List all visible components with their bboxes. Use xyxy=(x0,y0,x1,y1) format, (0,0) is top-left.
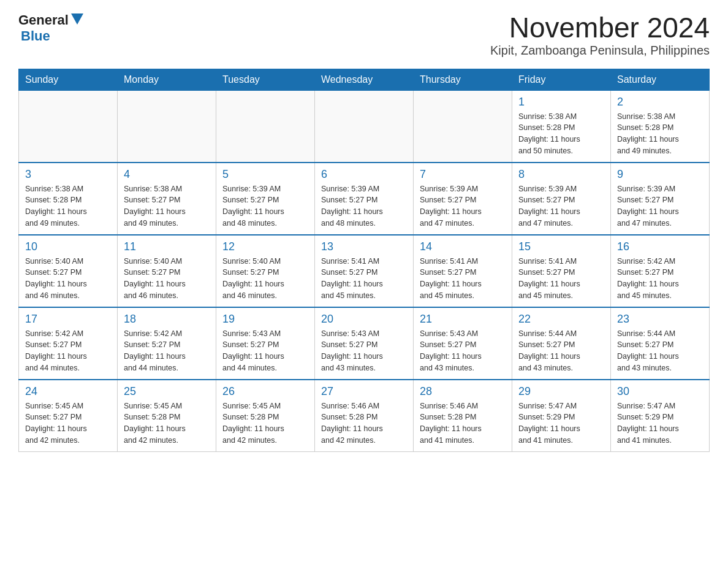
day-number: 10 xyxy=(25,240,111,253)
calendar-cell: 25Sunrise: 5:45 AMSunset: 5:28 PMDayligh… xyxy=(118,380,216,452)
calendar-cell: 16Sunrise: 5:42 AMSunset: 5:27 PMDayligh… xyxy=(611,235,710,307)
calendar-cell: 15Sunrise: 5:41 AMSunset: 5:27 PMDayligh… xyxy=(512,235,611,307)
day-number: 27 xyxy=(321,385,407,398)
calendar-cell: 28Sunrise: 5:46 AMSunset: 5:28 PMDayligh… xyxy=(414,380,512,452)
day-number: 28 xyxy=(420,385,506,398)
day-info: Sunrise: 5:43 AMSunset: 5:27 PMDaylight:… xyxy=(321,328,407,374)
day-number: 20 xyxy=(321,313,407,326)
calendar-cell: 29Sunrise: 5:47 AMSunset: 5:29 PMDayligh… xyxy=(512,380,611,452)
calendar-cell: 5Sunrise: 5:39 AMSunset: 5:27 PMDaylight… xyxy=(216,163,315,235)
day-info: Sunrise: 5:46 AMSunset: 5:28 PMDaylight:… xyxy=(420,400,506,446)
day-number: 22 xyxy=(518,313,604,326)
day-info: Sunrise: 5:38 AMSunset: 5:28 PMDaylight:… xyxy=(518,111,604,157)
day-info: Sunrise: 5:43 AMSunset: 5:27 PMDaylight:… xyxy=(420,328,506,374)
day-info: Sunrise: 5:39 AMSunset: 5:27 PMDaylight:… xyxy=(321,183,407,229)
day-number: 1 xyxy=(518,96,604,109)
calendar-cell: 21Sunrise: 5:43 AMSunset: 5:27 PMDayligh… xyxy=(414,307,512,380)
day-info: Sunrise: 5:41 AMSunset: 5:27 PMDaylight:… xyxy=(420,256,506,302)
calendar-week-row: 24Sunrise: 5:45 AMSunset: 5:27 PMDayligh… xyxy=(19,380,710,452)
day-number: 6 xyxy=(321,168,407,181)
svg-marker-0 xyxy=(71,13,83,25)
day-info: Sunrise: 5:45 AMSunset: 5:28 PMDaylight:… xyxy=(222,400,308,446)
day-number: 11 xyxy=(124,240,210,253)
day-number: 8 xyxy=(518,168,604,181)
day-info: Sunrise: 5:39 AMSunset: 5:27 PMDaylight:… xyxy=(222,183,308,229)
logo: General Blue xyxy=(18,12,83,44)
calendar-cell: 7Sunrise: 5:39 AMSunset: 5:27 PMDaylight… xyxy=(414,163,512,235)
day-number: 16 xyxy=(617,240,703,253)
day-number: 30 xyxy=(617,385,703,398)
calendar-week-row: 1Sunrise: 5:38 AMSunset: 5:28 PMDaylight… xyxy=(19,90,710,163)
day-info: Sunrise: 5:47 AMSunset: 5:29 PMDaylight:… xyxy=(518,400,604,446)
calendar-cell xyxy=(19,90,118,163)
day-number: 13 xyxy=(321,240,407,253)
day-info: Sunrise: 5:44 AMSunset: 5:27 PMDaylight:… xyxy=(617,328,703,374)
calendar-week-row: 17Sunrise: 5:42 AMSunset: 5:27 PMDayligh… xyxy=(19,307,710,380)
calendar-cell: 23Sunrise: 5:44 AMSunset: 5:27 PMDayligh… xyxy=(611,307,710,380)
calendar-cell: 24Sunrise: 5:45 AMSunset: 5:27 PMDayligh… xyxy=(19,380,118,452)
calendar-cell: 13Sunrise: 5:41 AMSunset: 5:27 PMDayligh… xyxy=(315,235,414,307)
day-info: Sunrise: 5:41 AMSunset: 5:27 PMDaylight:… xyxy=(518,256,604,302)
calendar-cell: 3Sunrise: 5:38 AMSunset: 5:28 PMDaylight… xyxy=(19,163,118,235)
day-info: Sunrise: 5:45 AMSunset: 5:27 PMDaylight:… xyxy=(25,400,111,446)
day-info: Sunrise: 5:38 AMSunset: 5:28 PMDaylight:… xyxy=(25,183,111,229)
calendar-week-row: 3Sunrise: 5:38 AMSunset: 5:28 PMDaylight… xyxy=(19,163,710,235)
logo-triangle-icon xyxy=(71,13,83,25)
day-number: 18 xyxy=(124,313,210,326)
day-number: 21 xyxy=(420,313,506,326)
calendar-cell: 2Sunrise: 5:38 AMSunset: 5:28 PMDaylight… xyxy=(611,90,710,163)
calendar-cell: 17Sunrise: 5:42 AMSunset: 5:27 PMDayligh… xyxy=(19,307,118,380)
calendar-cell xyxy=(315,90,414,163)
day-number: 12 xyxy=(222,240,308,253)
day-number: 7 xyxy=(420,168,506,181)
day-info: Sunrise: 5:39 AMSunset: 5:27 PMDaylight:… xyxy=(518,183,604,229)
title-area: November 2024 Kipit, Zamboanga Peninsula… xyxy=(490,12,710,58)
day-info: Sunrise: 5:42 AMSunset: 5:27 PMDaylight:… xyxy=(25,328,111,374)
day-number: 9 xyxy=(617,168,703,181)
calendar-cell xyxy=(118,90,216,163)
calendar-header-saturday: Saturday xyxy=(611,69,710,90)
calendar-cell: 11Sunrise: 5:40 AMSunset: 5:27 PMDayligh… xyxy=(118,235,216,307)
day-info: Sunrise: 5:46 AMSunset: 5:28 PMDaylight:… xyxy=(321,400,407,446)
calendar-header-tuesday: Tuesday xyxy=(216,69,315,90)
day-info: Sunrise: 5:43 AMSunset: 5:27 PMDaylight:… xyxy=(222,328,308,374)
day-info: Sunrise: 5:44 AMSunset: 5:27 PMDaylight:… xyxy=(518,328,604,374)
calendar-cell xyxy=(414,90,512,163)
calendar-cell: 4Sunrise: 5:38 AMSunset: 5:27 PMDaylight… xyxy=(118,163,216,235)
day-info: Sunrise: 5:39 AMSunset: 5:27 PMDaylight:… xyxy=(420,183,506,229)
calendar-cell: 6Sunrise: 5:39 AMSunset: 5:27 PMDaylight… xyxy=(315,163,414,235)
day-info: Sunrise: 5:42 AMSunset: 5:27 PMDaylight:… xyxy=(124,328,210,374)
day-info: Sunrise: 5:39 AMSunset: 5:27 PMDaylight:… xyxy=(617,183,703,229)
calendar-header-row: SundayMondayTuesdayWednesdayThursdayFrid… xyxy=(19,69,710,90)
calendar-cell: 1Sunrise: 5:38 AMSunset: 5:28 PMDaylight… xyxy=(512,90,611,163)
calendar-header-thursday: Thursday xyxy=(414,69,512,90)
day-info: Sunrise: 5:38 AMSunset: 5:27 PMDaylight:… xyxy=(124,183,210,229)
day-info: Sunrise: 5:38 AMSunset: 5:28 PMDaylight:… xyxy=(617,111,703,157)
calendar-cell: 26Sunrise: 5:45 AMSunset: 5:28 PMDayligh… xyxy=(216,380,315,452)
day-number: 14 xyxy=(420,240,506,253)
day-number: 4 xyxy=(124,168,210,181)
calendar-cell: 18Sunrise: 5:42 AMSunset: 5:27 PMDayligh… xyxy=(118,307,216,380)
day-number: 2 xyxy=(617,96,703,109)
day-number: 24 xyxy=(25,385,111,398)
day-number: 25 xyxy=(124,385,210,398)
calendar-cell: 19Sunrise: 5:43 AMSunset: 5:27 PMDayligh… xyxy=(216,307,315,380)
calendar-cell: 10Sunrise: 5:40 AMSunset: 5:27 PMDayligh… xyxy=(19,235,118,307)
day-number: 17 xyxy=(25,313,111,326)
calendar-cell xyxy=(216,90,315,163)
calendar-cell: 14Sunrise: 5:41 AMSunset: 5:27 PMDayligh… xyxy=(414,235,512,307)
day-info: Sunrise: 5:40 AMSunset: 5:27 PMDaylight:… xyxy=(222,256,308,302)
calendar-header-wednesday: Wednesday xyxy=(315,69,414,90)
day-info: Sunrise: 5:47 AMSunset: 5:29 PMDaylight:… xyxy=(617,400,703,446)
calendar-cell: 20Sunrise: 5:43 AMSunset: 5:27 PMDayligh… xyxy=(315,307,414,380)
calendar-cell: 22Sunrise: 5:44 AMSunset: 5:27 PMDayligh… xyxy=(512,307,611,380)
calendar-table: SundayMondayTuesdayWednesdayThursdayFrid… xyxy=(18,69,710,452)
day-info: Sunrise: 5:40 AMSunset: 5:27 PMDaylight:… xyxy=(25,256,111,302)
page-title: November 2024 xyxy=(490,12,710,44)
day-info: Sunrise: 5:45 AMSunset: 5:28 PMDaylight:… xyxy=(124,400,210,446)
logo-text-blue: Blue xyxy=(21,28,50,44)
calendar-cell: 9Sunrise: 5:39 AMSunset: 5:27 PMDaylight… xyxy=(611,163,710,235)
day-number: 19 xyxy=(222,313,308,326)
calendar-header-sunday: Sunday xyxy=(19,69,118,90)
page-subtitle: Kipit, Zamboanga Peninsula, Philippines xyxy=(490,44,710,58)
